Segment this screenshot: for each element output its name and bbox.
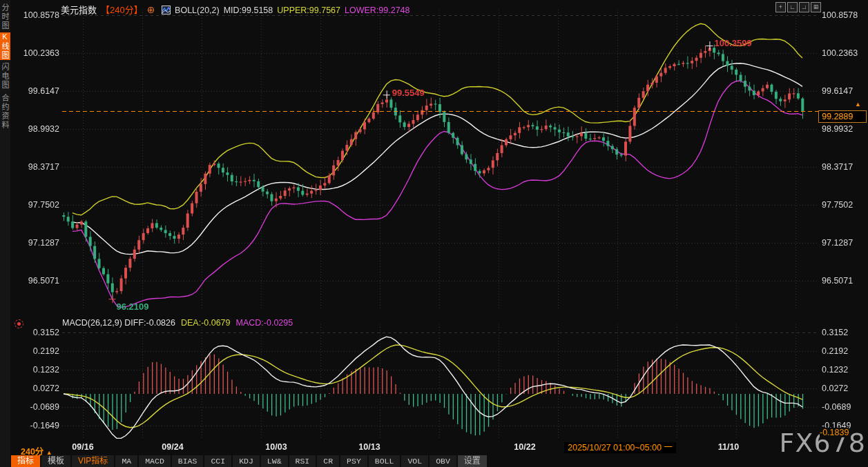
macd-dea-value: DEA:-0.0679 xyxy=(181,318,231,328)
price-tick-left: 100.8578 xyxy=(21,10,59,21)
price-tick-left: 97.7502 xyxy=(21,199,59,210)
macd-tick-right: 0.3152 xyxy=(822,327,848,338)
pan-icon[interactable]: + xyxy=(775,2,786,12)
price-tick-right: 98.9932 xyxy=(822,123,853,135)
add-indicator-icon[interactable]: ⊕ xyxy=(147,4,155,15)
toolbar-tab-template[interactable]: 模板 xyxy=(41,455,70,467)
current-price-badge: 99.2889 xyxy=(818,110,867,123)
macd-tick-left: -0.1649 xyxy=(21,420,59,431)
macd-tick-left: 0.2192 xyxy=(21,346,59,357)
boll-lower-value: LOWER:99.2748 xyxy=(345,6,410,15)
bar-time-tooltip: 2025/10/27 01:00~05:00 一 xyxy=(564,442,676,453)
trading-app-window: 分时图K线图闪电图合约资料 美元指数【240分】⊕ BOLL(20,2)MID:… xyxy=(0,0,868,467)
macd-header: MACD(26,12,9) DIFF:-0.0826DEA:-0.0679MAC… xyxy=(62,318,298,328)
price-tick-right: 97.7502 xyxy=(822,199,853,210)
macd-tick-right: -0.0689 xyxy=(822,401,851,413)
toolbar-vip-indicator[interactable]: VIP指标 xyxy=(72,455,114,467)
macd-marker-icon[interactable] xyxy=(15,319,23,328)
macd-current-value: -0.1839 xyxy=(820,428,849,437)
toolbar-indicator-lw[interactable]: LW& xyxy=(261,455,288,467)
price-tick-right: 97.1287 xyxy=(822,237,853,248)
toolbar-indicator-bias[interactable]: BIAS xyxy=(172,455,204,467)
axis-zoom-right-icon[interactable]: ∟ xyxy=(799,2,809,12)
price-tick-left: 99.6147 xyxy=(21,86,59,97)
sidebar-item-2[interactable]: K线图 xyxy=(0,32,10,60)
macd-tick-right: 0.1232 xyxy=(822,364,848,375)
macd-tick-right: 0.0272 xyxy=(822,383,848,394)
price-tick-right: 98.3717 xyxy=(822,161,853,172)
toolbar-indicator-cr[interactable]: CR xyxy=(317,455,339,467)
price-tick-left: 96.5071 xyxy=(21,275,59,286)
chart-type-icon[interactable] xyxy=(162,6,171,17)
toolbar-indicator-vol[interactable]: VOL xyxy=(401,455,428,467)
sidebar-item-3[interactable]: 闪电图 xyxy=(0,61,10,90)
date-label: 09/24 xyxy=(162,442,183,452)
toolbar-indicator-obv[interactable]: OBV xyxy=(430,455,456,467)
boll-label[interactable]: BOLL(20,2) xyxy=(175,6,220,15)
panel-toggle-icon[interactable]: ⊞ xyxy=(811,2,821,12)
toolbar-settings[interactable]: 设置 xyxy=(458,455,487,467)
toolbar-tab-indicator[interactable]: 指标 xyxy=(11,455,40,467)
date-label: 09/16 xyxy=(72,442,93,452)
toolbar-indicator-cci[interactable]: CCI xyxy=(204,455,231,467)
date-label: 10/03 xyxy=(265,442,287,452)
boll-mid-value: MID:99.5158 xyxy=(224,6,273,15)
sidebar-item-1[interactable]: 分时图 xyxy=(0,2,10,31)
toolbar-indicator-boll[interactable]: BOLL xyxy=(369,455,401,467)
sidebar-item-4[interactable]: 合约资料 xyxy=(0,92,10,132)
toolbar-indicator-ma[interactable]: MA xyxy=(115,455,137,467)
chart-header: 美元指数【240分】⊕ BOLL(20,2)MID:99.5158UPPER:9… xyxy=(61,3,414,17)
date-label: 10/22 xyxy=(514,442,535,452)
price-tick-right: 99.6147 xyxy=(822,86,853,97)
left-sidebar: 分时图K线图闪电图合约资料 xyxy=(0,0,10,467)
price-tick-right: 100.2363 xyxy=(822,48,858,59)
boll-upper-value: UPPER:99.7567 xyxy=(277,6,340,15)
macd-tick-right: 0.2192 xyxy=(822,346,848,357)
price-tick-right: 100.8578 xyxy=(822,10,858,21)
toolbar-indicator-psy[interactable]: PSY xyxy=(340,455,367,467)
price-tick-right: 96.5071 xyxy=(822,275,853,286)
indicator-toolbar: 指标模板VIP指标MAMACDBIASCCIKDJLW&RSICRPSYBOLL… xyxy=(11,455,487,467)
window-tool-icons: +∟∟⊞ xyxy=(775,2,821,12)
period-tag[interactable]: 【240分】 xyxy=(101,5,143,15)
main-chart-canvas[interactable] xyxy=(0,0,868,467)
macd-tick-left: -0.0689 xyxy=(21,401,59,413)
axis-zoom-left-icon[interactable]: ∟ xyxy=(787,2,798,12)
macd-tick-left: 0.1232 xyxy=(21,364,59,375)
toolbar-indicator-kdj[interactable]: KDJ xyxy=(233,455,260,467)
price-tick-left: 98.3717 xyxy=(21,161,59,172)
price-tick-left: 100.2363 xyxy=(21,48,59,59)
date-label: 11/10 xyxy=(718,442,740,452)
symbol-title: 美元指数 xyxy=(61,5,97,15)
price-tick-left: 97.1287 xyxy=(21,237,59,248)
price-tick-left: 98.9932 xyxy=(21,123,59,135)
macd-macd-value: MACD:-0.0295 xyxy=(236,318,293,328)
toolbar-indicator-rsi[interactable]: RSI xyxy=(289,455,316,467)
macd-tick-left: 0.0272 xyxy=(21,383,59,394)
price-arrow-icon: ▲ xyxy=(855,101,861,108)
toolbar-indicator-macd[interactable]: MACD xyxy=(139,455,171,467)
date-label: 10/13 xyxy=(358,442,380,452)
macd-tick-left: 0.3152 xyxy=(21,327,59,338)
macd-diff-value[interactable]: MACD(26,12,9) DIFF:-0.0826 xyxy=(62,318,175,328)
